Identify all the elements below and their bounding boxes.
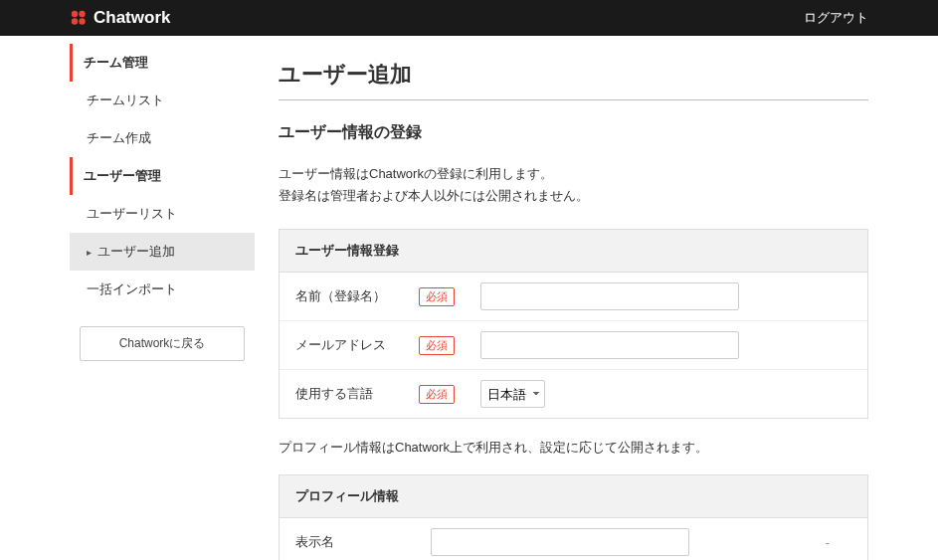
name-input[interactable] <box>480 282 739 310</box>
row-email: メールアドレス 必須 <box>280 321 867 370</box>
display-name-label: 表示名 <box>280 519 419 560</box>
main-content: ユーザー追加 ユーザー情報の登録 ユーザー情報はChatworkの登録に利用しま… <box>255 36 938 560</box>
sidebar-item-team-list[interactable]: チームリスト <box>70 82 255 119</box>
back-to-chatwork-button[interactable]: Chatworkに戻る <box>80 326 245 361</box>
sidebar: チーム管理 チームリスト チーム作成 ユーザー管理 ユーザーリスト ユーザー追加… <box>70 36 255 560</box>
svg-point-3 <box>79 18 85 24</box>
section-description: ユーザー情報はChatworkの登録に利用します。 登録名は管理者および本人以外… <box>279 163 868 207</box>
desc-line1: ユーザー情報はChatworkの登録に利用します。 <box>279 166 553 181</box>
svg-point-0 <box>72 11 78 17</box>
desc-line2: 登録名は管理者および本人以外には公開されません。 <box>279 188 589 203</box>
profile-note: プロフィール情報はChatwork上で利用され、設定に応じて公開されます。 <box>279 439 868 457</box>
display-name-input[interactable] <box>431 528 689 556</box>
chatwork-logo-icon <box>70 9 88 27</box>
email-label: メールアドレス <box>280 322 419 368</box>
page-title: ユーザー追加 <box>279 60 868 90</box>
sidebar-item-bulk-import[interactable]: 一括インポート <box>70 271 255 308</box>
display-name-extra: - <box>788 535 867 550</box>
email-input[interactable] <box>480 331 739 359</box>
logout-link[interactable]: ログアウト <box>804 9 868 27</box>
user-info-card: ユーザー情報登録 名前（登録名） 必須 メールアドレス 必須 使用する言語 必須… <box>279 229 868 419</box>
profile-info-card-header: プロフィール情報 <box>280 475 867 518</box>
required-badge: 必須 <box>419 385 455 404</box>
title-divider <box>279 99 868 100</box>
section-subtitle: ユーザー情報の登録 <box>279 122 868 143</box>
brand-logo[interactable]: Chatwork <box>70 8 170 28</box>
sidebar-item-user-list[interactable]: ユーザーリスト <box>70 195 255 233</box>
svg-point-2 <box>72 18 78 24</box>
user-info-card-header: ユーザー情報登録 <box>280 230 867 273</box>
language-select[interactable]: 日本語 <box>480 380 545 408</box>
profile-info-card: プロフィール情報 表示名 - コンタクト検索 コンタクト検索の対象にする - <box>279 474 868 560</box>
required-badge: 必須 <box>419 287 455 306</box>
row-language: 使用する言語 必須 日本語 <box>280 370 867 418</box>
sidebar-section-team[interactable]: チーム管理 <box>70 44 255 82</box>
row-display-name: 表示名 - <box>280 518 867 560</box>
app-header: Chatwork ログアウト <box>0 0 938 36</box>
brand-name: Chatwork <box>94 8 170 28</box>
svg-point-1 <box>79 11 85 17</box>
sidebar-item-team-create[interactable]: チーム作成 <box>70 119 255 157</box>
required-badge: 必須 <box>419 336 455 355</box>
row-name: 名前（登録名） 必須 <box>280 273 867 321</box>
language-label: 使用する言語 <box>280 371 419 417</box>
sidebar-section-user[interactable]: ユーザー管理 <box>70 157 255 195</box>
name-label: 名前（登録名） <box>280 274 419 319</box>
sidebar-item-user-add[interactable]: ユーザー追加 <box>70 233 255 271</box>
